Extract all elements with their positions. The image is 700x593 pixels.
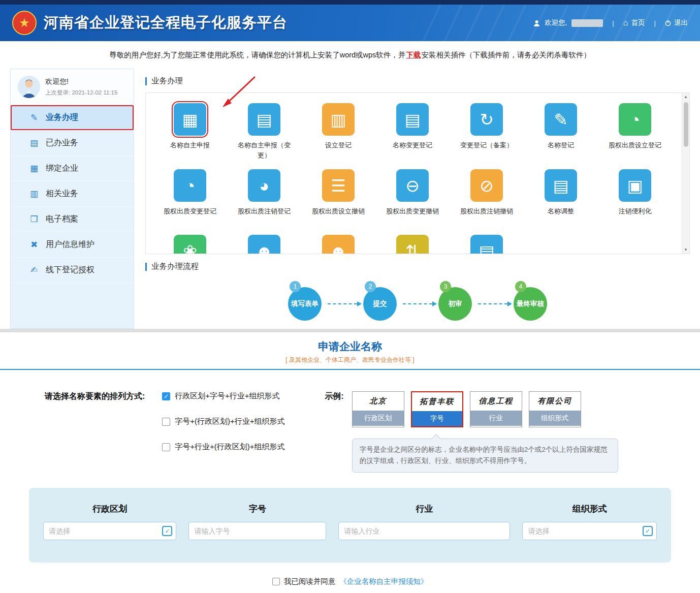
scroll-up-icon[interactable] [682,93,689,101]
example-value: 信息工程 [470,392,522,411]
step-label: 最终审核 [517,299,544,308]
service-item-equity-pledge-change[interactable]: ◔ 股权出质变更登记 [153,169,227,226]
arrangement-option-3[interactable]: 字号+行业+(行政区划)+组织形式 [162,442,310,452]
document-search-icon: ▥ [29,189,39,199]
service-label: 名称自主申报 [170,140,210,160]
sidebar-item-electronic-archives[interactable]: ❒ 电子档案 [11,207,134,232]
flow-arrow-icon [478,303,507,304]
example-caption: 行政区划 [353,411,404,426]
flow-step-fill-form: 1 填写表单 [288,287,322,321]
flow-step-initial-review: 3 初审 [438,287,472,321]
agree-checkbox[interactable] [272,578,280,585]
divider: | [654,19,656,27]
logout-link[interactable]: 退出 [665,18,688,27]
service-tile: ☰ [322,169,355,202]
profile-card: 欢迎您! 上次登录: 2021-12-02 11:15 [11,69,134,105]
service-tile: ⇅ [396,235,429,254]
district-select[interactable] [43,522,176,540]
title-underline [0,369,700,370]
service-item-partial-row[interactable]: ▤ [450,235,524,254]
arrangement-label: 请选择名称要素的排列方式: [45,391,145,402]
document-icon: ▤ [29,138,39,148]
step-label: 填写表单 [291,299,319,308]
sidebar-item-bind-enterprise[interactable]: ▦ 绑定企业 [11,156,134,181]
sidebar-item-user-info-maintenance[interactable]: ✖ 用户信息维护 [11,232,134,258]
service-item-change-registration-filing[interactable]: ↻ 变更登记（备案） [450,103,524,160]
scroll-down-icon[interactable] [682,246,689,254]
service-item-partial-row[interactable]: ☻ [227,235,301,254]
scroll-track[interactable] [682,101,689,246]
clipboard-edit-icon: ✎ [554,111,568,128]
service-item-name-registration[interactable]: ✎ 名称登记 [524,103,598,160]
sidebar-item-business-handling[interactable]: ✎ 业务办理 [11,105,134,131]
service-item-establishment-registration[interactable]: ▥ 设立登记 [301,103,375,160]
clipboard-refresh-icon: ↻ [480,111,494,128]
service-label: 名称登记 [548,140,574,160]
service-item-name-self-declaration[interactable]: ▦ 名称自主申报 [153,103,227,160]
industry-input[interactable] [338,522,510,540]
service-tile: ☻ [248,235,280,254]
option-label: 字号+(行政区划)+行业+组织形式 [175,417,284,426]
home-link[interactable]: ⌂ 首页 [623,18,645,27]
service-item-equity-pledge-cancellation[interactable]: ◕ 股权出质注销登记 [227,169,301,226]
sidebar-item-label: 用户信息维护 [46,239,94,250]
checkbox-icon[interactable] [162,392,170,400]
sidebar-item-completed-business[interactable]: ▤ 已办业务 [11,131,134,156]
section-title-text: 业务办理流程 [151,261,199,272]
arrangement-option-2[interactable]: 字号+(行政区划)+行业+组织形式 [162,417,310,426]
sidebar-item-related-business[interactable]: ▥ 相关业务 [11,181,134,207]
divider: | [612,19,614,27]
services-panel: ▦ 名称自主申报 ▤ 名称自主申报（变更） ▥ 设立登记 ▤ 名称变更登记 ↻ [145,92,690,254]
sidebar-item-offline-registration-authorization[interactable]: ✍ 线下登记授权 [11,258,134,283]
dropdown-check-icon[interactable] [643,526,653,536]
user-name-redacted [571,19,603,27]
sidebar-item-label: 电子档案 [46,214,78,225]
header-user-area: 欢迎您, | ⌂ 首页 | 退出 [533,18,688,27]
service-item-partial-row[interactable]: ☻ [301,235,375,254]
arrangement-option-1[interactable]: 行政区划+字号+行业+组织形式 [162,391,310,401]
power-icon [665,20,671,26]
pie-chart-slash-icon: ◕ [259,177,269,194]
brand-name-input[interactable] [188,522,326,540]
service-item-partial-row[interactable]: ⇅ [375,235,450,254]
service-label: 股权出质设立登记 [609,140,661,160]
dropdown-check-icon[interactable] [162,526,172,536]
example-box-industry: 信息工程 行业 [470,391,522,427]
declaration-notice-link[interactable]: 《企业名称自主申报须知》 [339,577,428,586]
service-item-equity-pledge-cancellation-revoke[interactable]: ⊘ 股权出质注销撤销 [450,169,524,226]
service-tile: ☻ [322,235,355,254]
profile-text: 欢迎您! 上次登录: 2021-12-02 11:15 [45,77,117,97]
checkbox-icon[interactable] [162,443,170,451]
service-item-partial-row[interactable]: ❀ [153,235,227,254]
step-label: 初审 [449,299,462,308]
main-content: 业务办理 ▦ 名称自主申报 ▤ 名称自主申报（变更） ▥ 设立登记 ▤ 名称 [145,69,690,329]
service-item-name-change-registration[interactable]: ▤ 名称变更登记 [375,103,450,160]
service-tile: ▤ [545,169,577,202]
step-number-badge: 1 [290,281,301,292]
example-value: 有限公司 [529,392,581,411]
service-item-equity-pledge-change-revoke[interactable]: ⊖ 股权出质变更撤销 [375,169,450,226]
service-item-name-self-declaration-change[interactable]: ▤ 名称自主申报（变更） [227,103,301,160]
home-label: 首页 [631,18,645,27]
top-strip [0,0,700,5]
service-item-name-adjustment[interactable]: ▤ 名称调整 [524,169,598,226]
user-edit-icon: ☻ [330,243,347,255]
service-item-equity-pledge-establishment-revoke[interactable]: ☰ 股权出质设立撤销 [301,169,375,226]
example-value: 拓普丰联 [412,392,462,411]
page-subtitle: [ 及其他企业、个体工商户、农民专业合作社等 ] [0,356,700,364]
service-item-equity-pledge-establishment[interactable]: ◔ 股权出质设立登记 [598,103,672,160]
checkbox-icon[interactable] [162,418,170,426]
scrollbar[interactable] [682,93,689,254]
services-section-title: 业务办理 [145,76,690,86]
example-label: 示例: [325,391,343,402]
service-item-cancellation-facilitation[interactable]: ▣ 注销便利化 [598,169,672,226]
org-form-select[interactable] [522,522,657,540]
service-label: 股权出质设立撤销 [312,206,365,226]
flower-icon: ❀ [183,243,197,255]
step-number-badge: 2 [365,281,376,292]
field-org-form: 组织形式 [522,503,657,540]
scroll-thumb[interactable] [684,102,688,147]
national-emblem-icon [12,11,37,35]
download-link[interactable]: 下载 [406,50,421,60]
step-number-badge: 4 [515,281,526,292]
